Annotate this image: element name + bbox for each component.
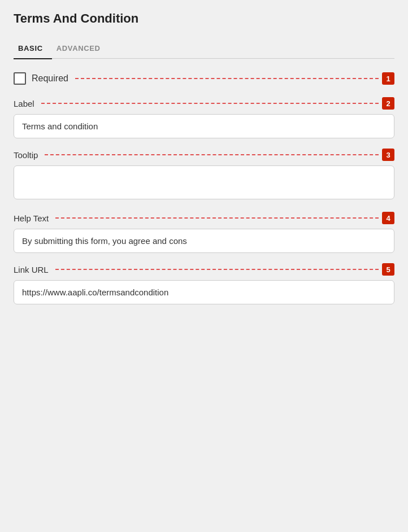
label-badge: 2	[382, 97, 394, 110]
tab-advanced[interactable]: ADVANCED	[52, 40, 110, 58]
label-input[interactable]	[14, 114, 394, 138]
page-title: Terms And Condition	[14, 11, 394, 26]
required-field-row: Required 1	[14, 72, 394, 85]
linkurl-badge: 5	[382, 263, 394, 276]
tab-bar: BASIC ADVANCED	[14, 40, 394, 59]
dashed-line-helptext	[55, 217, 379, 219]
required-badge: 1	[382, 72, 394, 85]
tooltip-field-header: Tooltip 3	[14, 149, 394, 161]
linkurl-input[interactable]	[14, 280, 394, 304]
linkurl-field-label: Link URL	[14, 265, 49, 274]
required-checkbox[interactable]	[14, 72, 26, 85]
tab-basic[interactable]: BASIC	[14, 40, 52, 58]
linkurl-field-row: Link URL 5	[14, 263, 394, 304]
tooltip-badge: 3	[382, 149, 394, 161]
dashed-line-linkurl	[55, 269, 379, 270]
label-field-row: Label 2	[14, 97, 394, 138]
label-field-label: Label	[14, 99, 34, 108]
helptext-field-row: Help Text 4	[14, 212, 394, 253]
dashed-line-tooltip	[45, 154, 379, 155]
helptext-input[interactable]	[14, 229, 394, 253]
dashed-line-label	[41, 103, 379, 104]
dashed-line-required	[75, 78, 379, 79]
tooltip-field-row: Tooltip 3	[14, 149, 394, 202]
helptext-field-header: Help Text 4	[14, 212, 394, 224]
required-label: Required	[32, 73, 68, 84]
label-field-header: Label 2	[14, 97, 394, 110]
tooltip-field-label: Tooltip	[14, 150, 38, 160]
helptext-field-label: Help Text	[14, 213, 49, 223]
tooltip-input[interactable]	[14, 165, 394, 199]
linkurl-field-header: Link URL 5	[14, 263, 394, 276]
helptext-badge: 4	[382, 212, 394, 224]
